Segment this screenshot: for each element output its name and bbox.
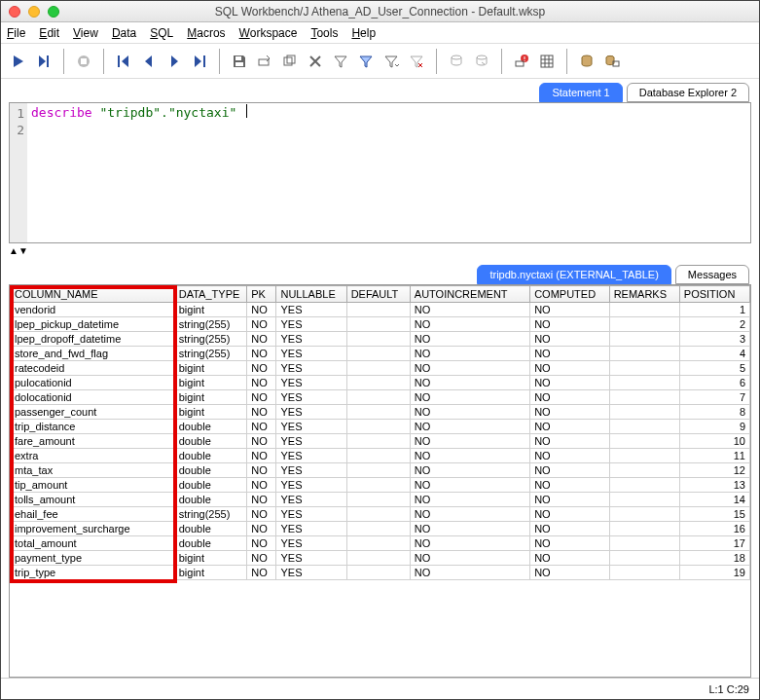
cell[interactable]: mta_tax: [11, 463, 175, 478]
table-row[interactable]: payment_typebigintNOYESNONO18: [11, 551, 750, 566]
menu-workspace[interactable]: Workspace: [239, 26, 298, 40]
cell[interactable]: NO: [247, 507, 276, 522]
col-header[interactable]: DATA_TYPE: [174, 286, 246, 303]
grid-icon[interactable]: [535, 50, 559, 73]
cell[interactable]: [346, 551, 410, 566]
cell[interactable]: fare_amount: [11, 434, 175, 449]
delete-row-icon[interactable]: [304, 50, 327, 73]
cell[interactable]: [346, 420, 410, 434]
cell[interactable]: string(255): [174, 347, 246, 361]
cell[interactable]: YES: [276, 551, 346, 566]
cell[interactable]: 17: [679, 536, 749, 551]
cell[interactable]: NO: [247, 536, 276, 551]
cell[interactable]: NO: [247, 478, 276, 493]
cell[interactable]: total_amount: [11, 536, 175, 551]
cell[interactable]: 13: [679, 478, 749, 493]
cell[interactable]: lpep_pickup_datetime: [11, 317, 175, 332]
cell[interactable]: YES: [276, 434, 346, 449]
cell[interactable]: NO: [410, 317, 529, 332]
clear-filter-icon[interactable]: [405, 50, 428, 73]
cell[interactable]: NO: [530, 332, 609, 347]
cell[interactable]: NO: [530, 566, 609, 580]
cell[interactable]: bigint: [174, 390, 246, 405]
cell[interactable]: [609, 551, 679, 566]
cell[interactable]: 5: [679, 361, 749, 376]
cell[interactable]: NO: [530, 303, 609, 317]
cell[interactable]: [346, 376, 410, 390]
cell[interactable]: NO: [410, 332, 529, 347]
table-row[interactable]: ehail_feestring(255)NOYESNONO15: [11, 507, 750, 522]
cell[interactable]: YES: [276, 493, 346, 507]
filter-menu-icon[interactable]: [380, 50, 403, 73]
cell[interactable]: NO: [247, 361, 276, 376]
cell[interactable]: NO: [247, 522, 276, 536]
cell[interactable]: NO: [410, 449, 529, 463]
table-row[interactable]: passenger_countbigintNOYESNONO8: [11, 405, 750, 420]
cell[interactable]: NO: [530, 449, 609, 463]
cell[interactable]: YES: [276, 420, 346, 434]
table-row[interactable]: fare_amountdoubleNOYESNONO10: [11, 434, 750, 449]
cell[interactable]: NO: [247, 303, 276, 317]
cell[interactable]: trip_distance: [11, 420, 175, 434]
cell[interactable]: [346, 449, 410, 463]
cell[interactable]: double: [174, 478, 246, 493]
table-row[interactable]: tip_amountdoubleNOYESNONO13: [11, 478, 750, 493]
table-row[interactable]: trip_distancedoubleNOYESNONO9: [11, 420, 750, 434]
cell[interactable]: [346, 507, 410, 522]
cell[interactable]: NO: [530, 478, 609, 493]
cell[interactable]: NO: [530, 405, 609, 420]
cell[interactable]: NO: [247, 390, 276, 405]
warning-icon[interactable]: [510, 50, 533, 73]
table-row[interactable]: ratecodeidbigintNOYESNONO5: [11, 361, 750, 376]
cell[interactable]: YES: [276, 536, 346, 551]
cell[interactable]: 15: [679, 507, 749, 522]
cell[interactable]: 1: [679, 303, 749, 317]
cell[interactable]: NO: [247, 347, 276, 361]
cell[interactable]: NO: [247, 332, 276, 347]
cell[interactable]: [346, 347, 410, 361]
run-icon[interactable]: [7, 50, 30, 73]
next-icon[interactable]: [163, 50, 186, 73]
cell[interactable]: NO: [410, 376, 529, 390]
cell[interactable]: [346, 463, 410, 478]
cell[interactable]: NO: [530, 420, 609, 434]
col-header[interactable]: NULLABLE: [276, 286, 346, 303]
cell[interactable]: 18: [679, 551, 749, 566]
cell[interactable]: 7: [679, 390, 749, 405]
tab-statement-1[interactable]: Statement 1: [539, 83, 622, 102]
cell[interactable]: NO: [410, 347, 529, 361]
cell[interactable]: [346, 361, 410, 376]
minimize-icon[interactable]: [28, 6, 40, 18]
cell[interactable]: [346, 478, 410, 493]
cell[interactable]: trip_type: [11, 566, 175, 580]
cell[interactable]: NO: [247, 493, 276, 507]
prev-icon[interactable]: [137, 50, 161, 73]
cell[interactable]: NO: [530, 493, 609, 507]
cell[interactable]: NO: [247, 463, 276, 478]
first-icon[interactable]: [112, 50, 135, 73]
cell[interactable]: bigint: [174, 566, 246, 580]
cell[interactable]: 2: [679, 317, 749, 332]
col-header[interactable]: AUTOINCREMENT: [410, 286, 529, 303]
cell[interactable]: [346, 390, 410, 405]
cell[interactable]: string(255): [174, 317, 246, 332]
cell[interactable]: NO: [530, 522, 609, 536]
cell[interactable]: NO: [410, 551, 529, 566]
cell[interactable]: NO: [410, 405, 529, 420]
cell[interactable]: 14: [679, 493, 749, 507]
cell[interactable]: 9: [679, 420, 749, 434]
cell[interactable]: NO: [410, 493, 529, 507]
table-row[interactable]: store_and_fwd_flagstring(255)NOYESNONO4: [11, 347, 750, 361]
close-icon[interactable]: [9, 6, 20, 18]
cell[interactable]: 19: [679, 566, 749, 580]
menu-edit[interactable]: Edit: [39, 26, 59, 40]
cell[interactable]: double: [174, 434, 246, 449]
col-header[interactable]: POSITION: [679, 286, 749, 303]
cell[interactable]: [609, 493, 679, 507]
menu-tools[interactable]: Tools: [310, 26, 338, 40]
cell[interactable]: NO: [247, 376, 276, 390]
split-handle[interactable]: ▲▼: [9, 243, 751, 257]
cell[interactable]: [609, 361, 679, 376]
cell[interactable]: pulocationid: [11, 376, 175, 390]
sql-editor[interactable]: 1 2 describe "tripdb"."nyctaxi": [9, 102, 751, 243]
